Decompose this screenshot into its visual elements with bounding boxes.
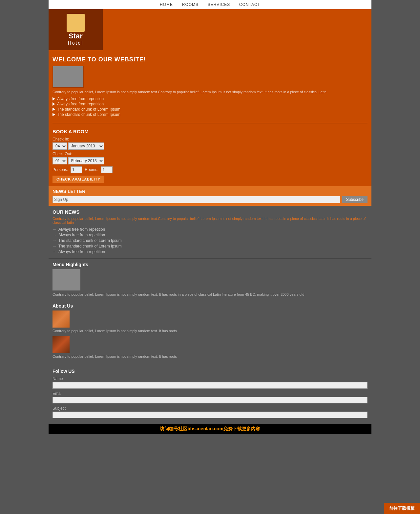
checkin-label: Check In: [52, 137, 368, 141]
checkin-day-select[interactable]: 04010203 [52, 142, 67, 150]
news-item-4: → The standard chunk of Lorem Ipsum [52, 244, 368, 248]
welcome-bullets: Always free from repetition Always free … [52, 96, 368, 117]
arrow-icon-5: → [52, 249, 56, 254]
logo-box: Star Hotel [49, 9, 103, 50]
check-availability-button[interactable]: CHECK AVAILABILITY [52, 176, 104, 183]
follow-title: Follow US [52, 369, 368, 374]
name-input[interactable] [52, 382, 368, 389]
newsletter-section: NEWS LETTER Subscribe [49, 186, 371, 206]
news-item-5: → Always free from repetition [52, 249, 368, 254]
menu-text: Contrary to popular belief, Lorem Ipsum … [52, 292, 368, 296]
rooms-input[interactable] [101, 166, 113, 173]
about-section: About Us Contrary to popular belief, Lor… [49, 300, 371, 365]
nav-home[interactable]: HOME [160, 2, 173, 7]
bullet-triangle-3 [52, 108, 55, 111]
news-item-1: → Always free from repetition [52, 227, 368, 232]
about-item-1: Contrary to popular belief, Lorem Ipsum … [52, 311, 368, 333]
subject-label: Subject [52, 406, 368, 411]
divider-1 [52, 123, 368, 123]
arrow-icon-4: → [52, 244, 56, 248]
about-image-1 [52, 311, 70, 328]
persons-label: Persons: [52, 167, 68, 172]
news-section: OUR NEWS Contrary to popular belief, Lor… [49, 206, 371, 258]
newsletter-title: NEWS LETTER [52, 189, 368, 194]
bullet-item-3: The standard chunk of Lorem Ipsum [52, 107, 368, 112]
news-list: → Always free from repetition → Always f… [52, 227, 368, 254]
logo-hotel-text: Hotel [68, 40, 84, 46]
news-title: OUR NEWS [52, 209, 368, 215]
rooms-label: Rooms: [85, 167, 98, 172]
arrow-icon-2: → [52, 233, 56, 237]
checkout-month-select[interactable]: February 2013January 2013March 2013 [68, 157, 104, 164]
arrow-icon-1: → [52, 227, 56, 232]
book-title: BOOK A ROOM [52, 129, 368, 134]
about-text-2: Contrary to popular belief, Lorem Ipsum … [52, 354, 368, 358]
book-section: BOOK A ROOM Check In: 04010203 January 2… [52, 126, 368, 186]
bullet-triangle-1 [52, 97, 55, 100]
news-item-3: → The standard chunk of Lorem Ipsum [52, 238, 368, 243]
persons-rooms-row: Persons: Rooms: [52, 166, 368, 173]
logo-star-text: Star [69, 32, 83, 40]
subscribe-button[interactable]: Subscribe [342, 196, 368, 203]
checkin-row: Check In: 04010203 January 2013February … [52, 137, 368, 150]
arrow-icon-3: → [52, 238, 56, 243]
about-text-1: Contrary to popular belief, Lorem Ipsum … [52, 329, 368, 333]
menu-highlights-title: Menu Highlights [52, 262, 368, 267]
nav-services[interactable]: SERVICES [208, 2, 230, 7]
welcome-section: WELCOME TO OUR WEBSITE! Contrary to popu… [52, 54, 368, 120]
bullet-triangle-2 [52, 102, 55, 106]
email-label: Email [52, 391, 368, 396]
watermark-bar: 访问咖号社区bbs.xienlao.com免费下载更多内容 [49, 424, 371, 434]
menu-highlights-section: Menu Highlights Contrary to popular beli… [49, 258, 371, 300]
name-label: Name [52, 376, 368, 381]
email-input[interactable] [52, 397, 368, 403]
about-item-2: Contrary to popular belief, Lorem Ipsum … [52, 336, 368, 358]
persons-input[interactable] [71, 166, 82, 173]
welcome-title: WELCOME TO OUR WEBSITE! [52, 56, 368, 63]
checkin-month-select[interactable]: January 2013February 2013March 2013 [68, 142, 104, 150]
newsletter-input[interactable] [52, 196, 340, 203]
bullet-item-1: Always free from repetition [52, 96, 368, 101]
follow-section: Follow US Name Email Subject [49, 365, 371, 424]
nav-rooms[interactable]: ROOMS [182, 2, 199, 7]
welcome-text: Contrary to popular belief, Lorem Ipsum … [52, 90, 368, 94]
top-navigation: HOME ROOMS SERVICES CONTACT [49, 0, 371, 9]
nav-contact[interactable]: CONTACT [239, 2, 260, 7]
main-content: WELCOME TO OUR WEBSITE! Contrary to popu… [49, 50, 371, 186]
checkout-label: Check Out: [52, 152, 368, 156]
about-title: About Us [52, 303, 368, 309]
menu-image [52, 269, 80, 290]
news-item-2: → Always free from repetition [52, 233, 368, 237]
checkout-day-select[interactable]: 010203 [52, 157, 67, 164]
bullet-triangle-4 [52, 113, 55, 116]
news-text: Contrary to popular belief, Lorem Ipsum … [52, 217, 368, 225]
subject-input[interactable] [52, 412, 368, 418]
logo-image [67, 14, 85, 32]
welcome-image [52, 66, 84, 88]
checkout-row: Check Out: 010203 February 2013January 2… [52, 152, 368, 164]
newsletter-row: Subscribe [52, 196, 368, 203]
site-header: Star Hotel [49, 9, 371, 50]
bullet-item-4: The standard chunk of Lorem Ipsum [52, 112, 368, 117]
about-image-2 [52, 336, 70, 353]
bullet-item-2: Always free from repetition [52, 102, 368, 106]
